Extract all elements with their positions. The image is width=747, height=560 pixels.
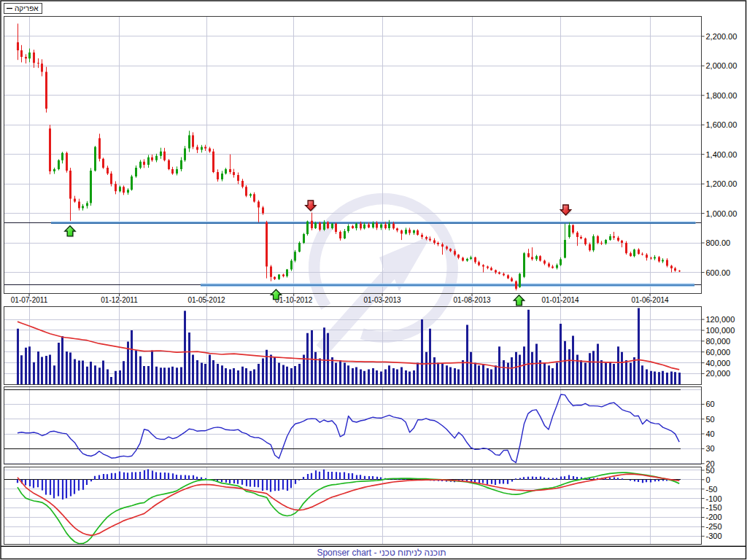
- svg-text:0: 0: [706, 475, 711, 484]
- svg-text:01-01-2014: 01-01-2014: [541, 296, 579, 304]
- svg-text:01-06-2014: 01-06-2014: [631, 296, 669, 304]
- svg-text:40: 40: [706, 429, 715, 438]
- svg-text:60: 60: [706, 400, 715, 408]
- svg-text:-100: -100: [706, 494, 722, 503]
- svg-text:1,800.00: 1,800.00: [706, 91, 738, 100]
- svg-text:2,000.00: 2,000.00: [706, 61, 738, 70]
- svg-text:01-08-2013: 01-08-2013: [453, 296, 491, 304]
- svg-text:1,200.00: 1,200.00: [706, 179, 738, 188]
- svg-text:01-07-2011: 01-07-2011: [11, 296, 48, 304]
- svg-text:120,000: 120,000: [706, 315, 735, 324]
- svg-text:1,400.00: 1,400.00: [706, 150, 738, 159]
- svg-text:-150: -150: [706, 503, 722, 512]
- svg-text:600.00: 600.00: [706, 268, 731, 277]
- svg-text:-50: -50: [706, 485, 718, 494]
- svg-text:01-03-2013: 01-03-2013: [363, 296, 401, 304]
- svg-text:50: 50: [706, 466, 715, 475]
- svg-text:1,000.00: 1,000.00: [706, 209, 738, 218]
- svg-text:Sponser chart - תוכנה לניתוח ט: Sponser chart - תוכנה לניתוח טכני: [317, 548, 446, 558]
- svg-text:-250: -250: [706, 522, 722, 531]
- svg-text:01-12-2011: 01-12-2011: [101, 296, 138, 304]
- svg-text:60,000: 60,000: [706, 348, 731, 357]
- svg-text:-200: -200: [706, 513, 722, 521]
- svg-text:80,000: 80,000: [706, 337, 731, 346]
- svg-text:50: 50: [706, 415, 715, 424]
- svg-text:אפריקה: אפריקה: [15, 4, 39, 12]
- svg-text:1,600.00: 1,600.00: [706, 120, 738, 129]
- svg-text:100,000: 100,000: [706, 326, 735, 335]
- svg-text:30: 30: [706, 444, 715, 453]
- svg-text:-300: -300: [706, 532, 722, 540]
- svg-text:20,000: 20,000: [706, 369, 731, 378]
- svg-text:01-10-2012: 01-10-2012: [275, 296, 313, 304]
- svg-text:01-05-2012: 01-05-2012: [187, 296, 225, 304]
- svg-text:800.00: 800.00: [706, 238, 731, 247]
- svg-text:40,000: 40,000: [706, 359, 731, 368]
- svg-text:2,200.00: 2,200.00: [706, 32, 738, 41]
